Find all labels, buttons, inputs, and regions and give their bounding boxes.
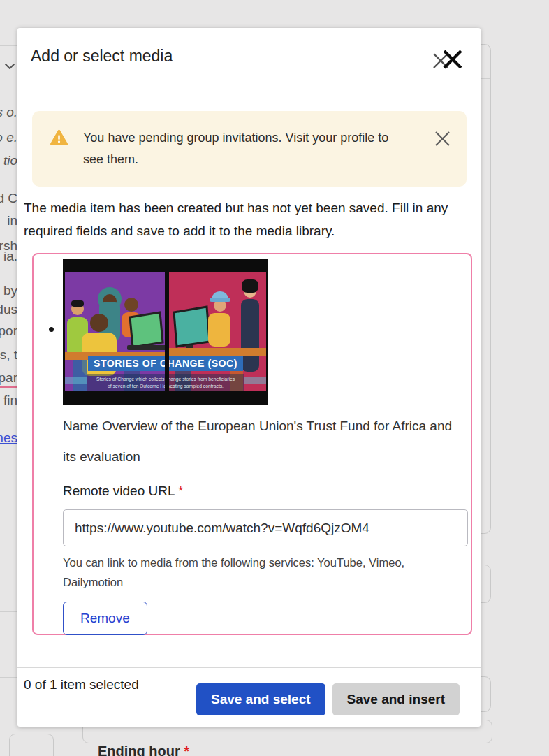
footer-buttons: Save and select Save and insert (196, 683, 460, 715)
close-icon (441, 48, 464, 74)
media-item-container: STORIES OF CHANGE (SOC) Stories of Chang… (32, 253, 472, 635)
bg-divider (0, 572, 17, 572)
required-asterisk: * (184, 743, 189, 756)
save-and-select-button[interactable]: Save and select (196, 683, 325, 715)
visit-profile-link[interactable]: Visit your profile (286, 131, 375, 145)
bg-text-fragment: by (3, 283, 17, 298)
bg-text-fragment: s o. (0, 105, 17, 120)
bg-divider (0, 611, 17, 612)
pending-invitations-warning: You have pending group invitations. Visi… (32, 111, 467, 187)
save-and-insert-button[interactable]: Save and insert (332, 683, 460, 715)
media-status-message: The media item has been created but has … (24, 196, 474, 242)
bg-text-fragment: dus (0, 302, 17, 317)
bg-text-fragment: fin (3, 393, 17, 408)
bg-text-fragment: ia. (3, 249, 17, 264)
media-item: STORIES OF CHANGE (SOC) Stories of Chang… (63, 259, 468, 634)
bg-divider (0, 82, 17, 82)
selected-count: 0 of 1 item selected (24, 677, 139, 692)
url-help-text: You can link to media from the following… (63, 553, 454, 592)
dialog-footer: 0 of 1 item selected Save and select Sav… (17, 667, 481, 727)
bg-text-fragment: d C (0, 191, 17, 206)
video-thumbnail: STORIES OF CHANGE (SOC) Stories of Chang… (63, 259, 268, 405)
bg-text-fragment: por (0, 324, 17, 339)
remove-button[interactable]: Remove (63, 602, 147, 635)
warning-icon (50, 129, 68, 149)
bg-text-fragment: tio (3, 153, 17, 168)
chevron-down-icon (4, 60, 15, 73)
bg-divider (0, 45, 17, 46)
bg-divider (0, 677, 17, 678)
bg-text-fragment: par (0, 370, 17, 388)
page: s o. o e. tio d C in rsh ia. by dus por … (0, 0, 549, 756)
bg-divider (0, 541, 17, 541)
bg-text-fragment: s, t (0, 347, 17, 363)
dialog-title: Add or select media (31, 47, 173, 66)
warning-close-button[interactable] (434, 130, 451, 150)
bg-text-fragment: in (7, 213, 17, 228)
required-asterisk: * (178, 484, 183, 498)
media-name-text: Name Overview of the European Union's Tr… (63, 411, 458, 472)
remote-video-url-input[interactable] (63, 509, 468, 546)
bg-text-fragment: o e. (0, 130, 17, 145)
remote-video-url-label: Remote video URL * (63, 484, 468, 499)
warning-message: You have pending group invitations. Visi… (83, 127, 399, 170)
ending-hour-label: Ending hour * (98, 743, 189, 756)
bg-panel (9, 734, 54, 756)
add-or-select-media-dialog: Add or select media Yo (17, 28, 481, 727)
dialog-body: You have pending group invitations. Visi… (17, 87, 481, 667)
dialog-header: Add or select media (17, 28, 481, 87)
dialog-close-button[interactable] (432, 43, 467, 75)
bg-link-fragment: nes (0, 430, 17, 446)
